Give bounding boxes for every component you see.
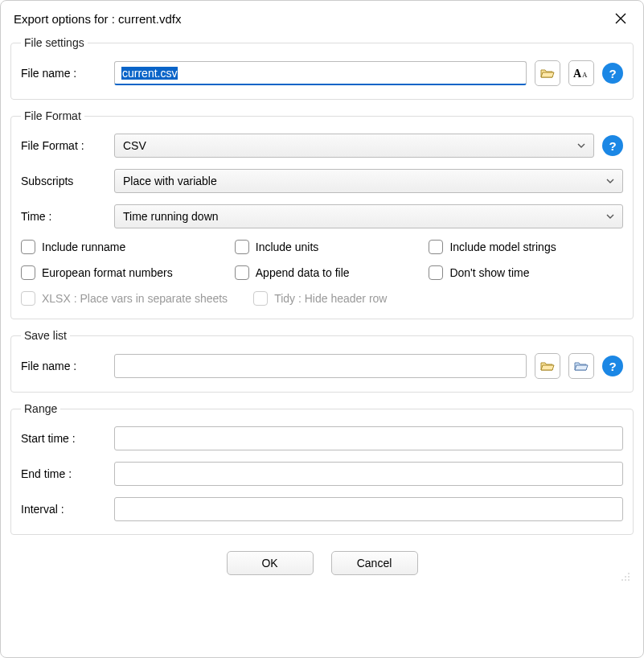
font-button[interactable]: AA (568, 60, 594, 86)
checkbox-icon (429, 265, 443, 280)
browse-button[interactable] (535, 60, 560, 86)
start-time-input[interactable] (114, 426, 623, 450)
file-format-label: File Format : (21, 139, 106, 152)
close-button[interactable] (609, 7, 632, 30)
chevron-down-icon (606, 214, 614, 219)
format-checkboxes: Include runname Include units Include mo… (21, 240, 623, 280)
save-list-group: Save list File name : ? (10, 329, 634, 393)
time-label: Time : (21, 210, 106, 223)
time-select[interactable]: Time running down (114, 204, 623, 228)
svg-point-2 (628, 573, 630, 574)
xlsx-separate-sheets-checkbox: XLSX : Place vars in separate sheets (21, 291, 228, 306)
export-options-dialog: Export options for : current.vdfx File s… (0, 0, 644, 658)
help-icon: ? (609, 67, 616, 80)
cancel-button[interactable]: Cancel (331, 551, 418, 575)
filename-value: current.csv (121, 67, 178, 80)
help-button[interactable]: ? (602, 63, 623, 84)
svg-point-6 (625, 579, 626, 581)
folder-open-icon (540, 68, 555, 79)
window-title: Export options for : current.vdfx (14, 12, 181, 26)
close-icon (615, 13, 626, 24)
save-list-legend: Save list (21, 329, 70, 342)
svg-text:A: A (582, 71, 588, 79)
file-format-legend: File Format (21, 109, 84, 122)
checkbox-label: Include model strings (449, 241, 556, 253)
start-time-label: Start time : (21, 432, 106, 445)
include-units-checkbox[interactable]: Include units (235, 240, 429, 254)
svg-point-4 (628, 576, 630, 578)
interval-input[interactable] (114, 497, 623, 521)
help-button[interactable]: ? (602, 135, 623, 156)
include-runname-checkbox[interactable]: Include runname (21, 240, 235, 254)
file-format-select[interactable]: CSV (114, 134, 594, 158)
ok-label: OK (261, 557, 277, 570)
checkbox-label: Don't show time (449, 266, 529, 279)
folder-open-icon (574, 360, 589, 372)
checkbox-label: Include units (256, 241, 319, 253)
end-time-input[interactable] (114, 462, 623, 486)
savelist-filename-label: File name : (21, 360, 106, 372)
checkbox-label: European format numbers (42, 266, 173, 279)
european-format-checkbox[interactable]: European format numbers (21, 265, 235, 280)
savelist-browse-alt-button[interactable] (568, 353, 594, 379)
folder-open-icon (540, 360, 555, 372)
chevron-down-icon (577, 143, 585, 148)
range-group: Range Start time : End time : Interval : (10, 402, 634, 535)
checkbox-label: XLSX : Place vars in separate sheets (42, 292, 228, 305)
range-legend: Range (21, 402, 60, 415)
titlebar: Export options for : current.vdfx (1, 1, 643, 36)
filename-input[interactable]: current.csv (114, 61, 527, 85)
filename-label: File name : (21, 67, 106, 80)
checkbox-icon (235, 240, 249, 254)
help-button[interactable]: ? (602, 356, 623, 376)
subscripts-value: Place with variable (123, 175, 217, 187)
checkbox-icon (235, 265, 249, 280)
savelist-filename-input[interactable] (114, 354, 527, 378)
format-checkboxes-disabled: XLSX : Place vars in separate sheets Tid… (21, 291, 623, 306)
dialog-footer: OK Cancel (10, 545, 634, 583)
subscripts-label: Subscripts (21, 175, 106, 187)
svg-text:A: A (573, 68, 582, 80)
file-settings-group: File settings File name : current.csv AA… (10, 36, 634, 100)
interval-label: Interval : (21, 503, 106, 516)
append-data-checkbox[interactable]: Append data to file (235, 265, 429, 280)
time-value: Time running down (123, 210, 219, 223)
tidy-hide-header-checkbox: Tidy : Hide header row (253, 291, 387, 306)
savelist-browse-button[interactable] (535, 353, 560, 379)
checkbox-icon (21, 291, 35, 306)
svg-point-3 (625, 576, 626, 578)
checkbox-label: Include runname (42, 241, 125, 253)
file-settings-legend: File settings (21, 36, 88, 49)
dialog-content: File settings File name : current.csv AA… (1, 36, 643, 657)
svg-point-7 (628, 579, 630, 581)
include-model-strings-checkbox[interactable]: Include model strings (429, 240, 623, 254)
help-icon: ? (609, 360, 616, 373)
checkbox-icon (253, 291, 268, 306)
svg-point-5 (621, 579, 623, 581)
chevron-down-icon (606, 179, 614, 183)
checkbox-icon (21, 265, 35, 280)
subscripts-select[interactable]: Place with variable (114, 169, 623, 193)
checkbox-label: Append data to file (256, 266, 350, 279)
file-format-group: File Format File Format : CSV ? Subscrip… (10, 109, 634, 319)
dont-show-time-checkbox[interactable]: Don't show time (429, 265, 623, 280)
resize-grip-icon[interactable] (619, 570, 630, 582)
ok-button[interactable]: OK (227, 551, 314, 575)
checkbox-icon (21, 240, 35, 254)
cancel-label: Cancel (357, 557, 392, 570)
end-time-label: End time : (21, 467, 106, 480)
file-format-value: CSV (123, 139, 146, 152)
font-icon: AA (573, 67, 589, 80)
checkbox-label: Tidy : Hide header row (274, 292, 387, 305)
help-icon: ? (609, 139, 616, 153)
checkbox-icon (429, 240, 443, 254)
